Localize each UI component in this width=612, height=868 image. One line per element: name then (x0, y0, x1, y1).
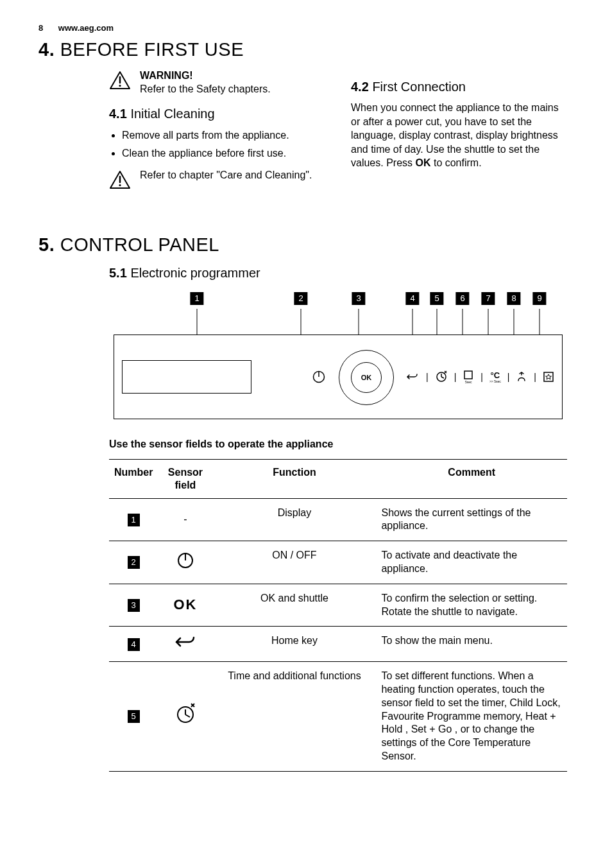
power-icon (176, 551, 194, 569)
th-comment: Comment (376, 459, 567, 498)
function-cell: Display (212, 498, 376, 541)
functions-table: Number Sensor field Function Comment 1 -… (109, 459, 567, 772)
heating-icon: 5sec (463, 369, 474, 384)
clock-icon (435, 370, 448, 383)
callout-5: 5 (430, 292, 443, 305)
section-5-heading: 5. CONTROL PANEL (38, 234, 567, 256)
favourite-icon (543, 371, 554, 383)
warning-icon (109, 71, 131, 90)
table-caption: Use the sensor fields to operate the app… (109, 438, 567, 450)
svg-point-2 (119, 85, 121, 87)
ok-text-icon: OK (173, 596, 197, 612)
th-number: Number (109, 459, 158, 498)
minute-minder-icon (516, 371, 527, 383)
function-cell: OK and shuttle (212, 584, 376, 627)
control-panel-diagram: 1 2 3 4 5 6 7 8 9 (114, 292, 563, 419)
ok-dial-icon: OK (339, 350, 393, 404)
sensor-cell: OK (158, 584, 212, 627)
sensor-cell (158, 662, 212, 772)
callout-4: 4 (405, 292, 419, 305)
comment-cell: To show the main menu. (376, 627, 567, 662)
power-icon (312, 370, 326, 384)
function-cell: ON / OFF (212, 541, 376, 584)
comment-cell: Shows the current settings of the applia… (376, 498, 567, 541)
svg-line-27 (185, 715, 190, 717)
callout-9: 9 (532, 292, 546, 305)
svg-marker-22 (546, 374, 552, 379)
comment-cell: To activate and deactivate the appliance… (376, 541, 567, 584)
row-number-badge: 5 (128, 710, 140, 723)
sensor-cell (158, 627, 212, 662)
row-number-badge: 2 (128, 556, 140, 569)
table-row: 3 OK OK and shuttle To confirm the selec… (109, 584, 567, 627)
first-connection-body: When you connect the appliance to the ma… (351, 101, 567, 170)
callout-8: 8 (507, 292, 520, 305)
table-row: 5 Time and additional functions To set d… (109, 662, 567, 772)
th-sensor: Sensor field (158, 459, 212, 498)
page-header: 8 www.aeg.com (38, 23, 567, 33)
initial-cleaning-bullets: Remove all parts from the appliance. Cle… (109, 128, 325, 161)
th-function: Function (212, 459, 376, 498)
section-4-2-heading: 4.2 First Connection (351, 80, 567, 94)
callout-6: 6 (455, 292, 469, 305)
sensor-cell (158, 541, 212, 584)
row-number-badge: 3 (128, 599, 140, 612)
section-5-1-heading: 5.1 Electronic programmer (109, 266, 567, 281)
callout-2: 2 (294, 292, 307, 305)
function-cell: Time and additional functions (212, 662, 376, 772)
display-rect-icon (122, 360, 251, 394)
svg-rect-20 (464, 371, 472, 379)
home-icon (173, 634, 198, 650)
warning-text: WARNING! Refer to the Safety chapters. (140, 69, 271, 96)
callout-7: 7 (481, 292, 495, 305)
list-item: Clean the appliance before first use. (122, 146, 325, 161)
row-number-badge: 4 (128, 638, 140, 651)
table-row: 2 ON / OFF To activate and deactivate th… (109, 541, 567, 584)
home-icon (405, 372, 420, 382)
care-cleaning-note: Refer to chapter "Care and Cleaning". (140, 169, 312, 182)
callout-1: 1 (190, 292, 203, 305)
table-row: 1 - Display Shows the current settings o… (109, 498, 567, 541)
clock-icon (174, 703, 197, 726)
page-number: 8 (38, 23, 43, 33)
section-4-heading: 4. BEFORE FIRST USE (38, 39, 567, 60)
comment-cell: To confirm the selection or setting. Rot… (376, 584, 567, 627)
svg-line-19 (441, 377, 444, 378)
comment-cell: To set different functions. When a heati… (376, 662, 567, 772)
list-item: Remove all parts from the appliance. (122, 128, 325, 143)
callout-3: 3 (352, 292, 365, 305)
site-url: www.aeg.com (58, 23, 114, 33)
section-4-1-heading: 4.1 Initial Cleaning (109, 107, 325, 121)
sensor-cell: - (158, 498, 212, 541)
temperature-icon: °C >> 5sec (489, 370, 501, 383)
svg-point-5 (119, 184, 121, 186)
table-row: 4 Home key To show the main menu. (109, 627, 567, 662)
row-number-badge: 1 (128, 514, 140, 526)
function-cell: Home key (212, 627, 376, 662)
warning-icon (109, 170, 131, 189)
